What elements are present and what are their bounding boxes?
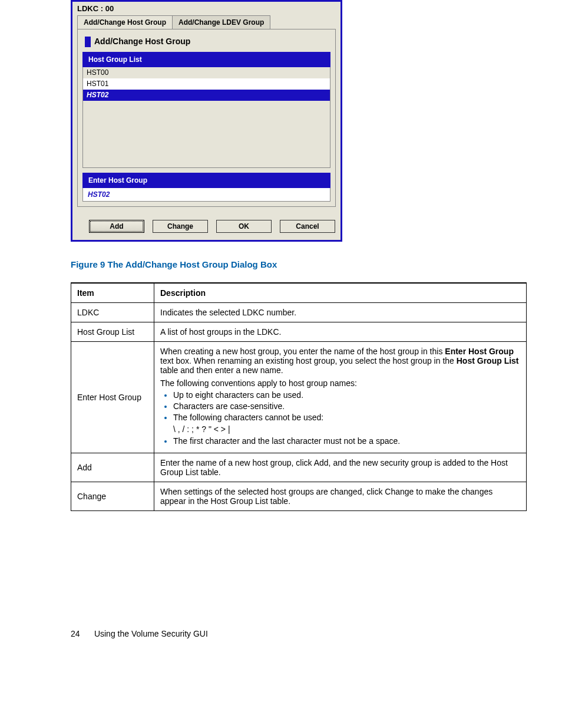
tab-bar: Add/Change Host Group Add/Change LDEV Gr…: [72, 15, 340, 29]
enter-host-group-input[interactable]: HST02: [82, 188, 330, 202]
table-row-desc: When settings of the selected host group…: [154, 482, 527, 511]
tab-ldev-group[interactable]: Add/Change LDEV Group: [172, 15, 270, 29]
add-button[interactable]: Add: [89, 220, 144, 233]
cancel-button[interactable]: Cancel: [280, 220, 335, 233]
dialog-box: LDKC : 00 Add/Change Host Group Add/Chan…: [71, 0, 342, 242]
section-title: Add/Change Host Group: [82, 34, 330, 52]
tab-panel: Add/Change Host Group Host Group List HS…: [77, 29, 336, 207]
table-row-item: Enter Host Group: [71, 342, 154, 453]
table-row-desc: A list of host groups in the LDKC.: [154, 322, 527, 342]
conventions-list-2: The first character and the last charact…: [160, 436, 520, 446]
tab-host-group[interactable]: Add/Change Host Group: [77, 15, 173, 29]
figure-caption: Figure 9 The Add/Change Host Group Dialo…: [71, 259, 527, 269]
list-item: Characters are case-sensitive.: [173, 401, 520, 411]
change-button[interactable]: Change: [153, 220, 208, 233]
enter-host-group-header: Enter Host Group: [82, 173, 330, 188]
conventions-list: Up to eight characters can be used. Char…: [160, 390, 520, 422]
host-group-list-header: Host Group List: [82, 52, 330, 67]
list-item: The first character and the last charact…: [173, 436, 520, 446]
list-item[interactable]: HST02: [83, 90, 330, 101]
table-row-desc: When creating a new host group, you ente…: [154, 342, 527, 453]
list-item[interactable]: HST00: [83, 67, 330, 78]
table-row-item: LDKC: [71, 303, 154, 322]
table-row-desc: Indicates the selected LDKC number.: [154, 303, 527, 322]
list-item: The following characters cannot be used:: [173, 413, 520, 422]
dialog-title: LDKC : 00: [72, 2, 340, 15]
table-row-item: Host Group List: [71, 322, 154, 342]
table-row-item: Add: [71, 453, 154, 482]
col-desc: Description: [154, 283, 527, 303]
host-group-list[interactable]: HST00 HST01 HST02: [82, 67, 330, 168]
accent-bar-icon: [85, 37, 91, 47]
list-item: Up to eight characters can be used.: [173, 390, 520, 400]
description-table: Item Description LDKC Indicates the sele…: [71, 282, 527, 511]
col-item: Item: [71, 283, 154, 303]
ok-button[interactable]: OK: [216, 220, 272, 233]
page-footer: 24 Using the Volume Security GUI: [71, 629, 527, 638]
table-row-item: Change: [71, 482, 154, 511]
section-title-text: Add/Change Host Group: [94, 37, 190, 46]
page-number: 24: [71, 629, 92, 638]
table-row-desc: Enter the name of a new host group, clic…: [154, 453, 527, 482]
list-item[interactable]: HST01: [83, 78, 330, 90]
button-row: Add Change OK Cancel: [72, 213, 340, 240]
forbidden-chars: \ , / : ; * ? " < > |: [160, 424, 520, 434]
footer-title: Using the Volume Security GUI: [94, 629, 208, 638]
